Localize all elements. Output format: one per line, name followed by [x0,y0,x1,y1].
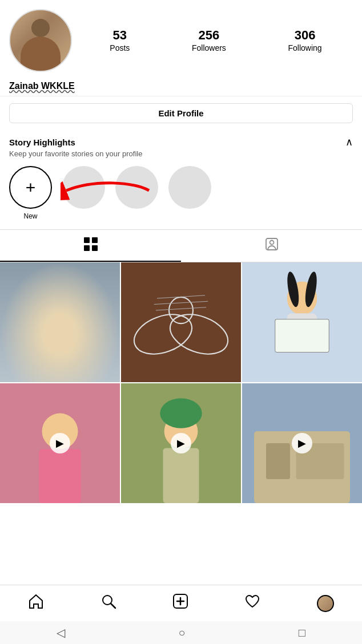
grid-cell-2[interactable] [121,262,241,382]
svg-rect-7 [0,262,120,382]
followers-label: Followers [192,43,226,52]
home-icon [28,593,44,613]
svg-point-13 [63,311,69,319]
nav-activity[interactable] [235,591,270,615]
tab-tagged[interactable] [181,230,362,262]
grid-cell-1[interactable] [0,262,120,382]
play-icon-2: ▶ [171,433,191,453]
bottom-nav [0,585,362,621]
system-nav: ◁ ○ □ [0,621,362,644]
nav-add[interactable] [163,591,198,615]
highlight-circle-3 [168,166,211,209]
tab-bar [0,229,362,262]
play-icon-1: ▶ [50,433,70,453]
svg-rect-3 [84,245,90,251]
svg-rect-29 [39,449,81,504]
svg-rect-1 [84,237,90,243]
svg-point-8 [24,313,96,367]
posts-count: 53 [113,29,127,42]
grid-cell-3[interactable] [242,262,362,382]
grid-cell-4[interactable]: ▶ [0,383,120,503]
stats-area: 53 Posts 256 Followers 306 Following [79,29,353,52]
heart-icon [244,593,260,613]
edit-profile-wrap: Edit Profile [0,96,362,130]
svg-rect-2 [92,237,98,243]
nav-home[interactable] [19,591,53,615]
chevron-up-icon[interactable]: ∧ [345,136,353,148]
svg-point-6 [270,241,273,245]
svg-point-32 [160,398,202,428]
person-tag-icon [264,237,279,255]
profile-avatar [317,595,334,612]
highlights-row: + New [9,166,353,229]
search-icon [100,593,116,613]
svg-rect-26 [275,319,329,353]
story-highlights-subtitle: Keep your favorite stories on your profi… [9,149,353,158]
followers-stat[interactable]: 256 Followers [192,29,226,52]
recent-button[interactable]: □ [287,624,317,642]
svg-marker-10 [39,289,54,304]
svg-rect-4 [92,245,98,251]
nav-profile[interactable] [308,593,343,614]
following-stat[interactable]: 306 Following [288,29,322,52]
highlight-item-1[interactable] [62,166,105,209]
grid-cell-6[interactable]: ▶ [242,383,362,503]
svg-rect-33 [163,448,199,503]
highlight-item-2[interactable] [115,166,158,209]
highlight-item-3[interactable] [168,166,211,209]
edit-profile-button[interactable]: Edit Profile [9,103,353,123]
svg-marker-11 [66,289,81,304]
avatar[interactable] [9,9,72,72]
play-icon-3: ▶ [292,433,312,453]
new-highlight-button[interactable]: + New [9,166,52,220]
home-button[interactable]: ○ [167,624,196,642]
add-icon [172,593,188,613]
highlight-circle-2 [115,166,158,209]
new-highlight-label: New [23,212,37,220]
svg-rect-14 [121,262,241,382]
story-highlights-section: Story Highlights ∧ Keep your favorite st… [0,130,362,229]
back-button[interactable]: ◁ [45,623,77,642]
following-label: Following [288,43,322,52]
grid-cell-5[interactable]: ▶ [121,383,241,503]
following-count: 306 [295,29,316,42]
svg-point-12 [51,311,57,319]
new-highlight-circle: + [9,166,52,209]
profile-header: 53 Posts 256 Followers 306 Following [0,0,362,79]
username: Zainab WKKLE [9,81,75,91]
highlight-circle-1 [62,166,105,209]
posts-stat[interactable]: 53 Posts [110,29,130,52]
nav-search[interactable] [91,591,126,615]
svg-point-9 [39,298,81,334]
followers-count: 256 [199,29,220,42]
username-area: Zainab WKKLE [0,79,362,96]
photo-grid: ▶ ▶ ▶ [0,262,362,503]
posts-label: Posts [110,43,130,52]
svg-line-39 [111,604,115,608]
plus-icon: + [26,179,36,196]
tab-grid[interactable] [0,230,181,262]
story-highlights-title: Story Highlights [9,137,75,147]
grid-icon [83,237,98,255]
svg-rect-36 [266,443,290,479]
story-highlights-header: Story Highlights ∧ [9,136,353,148]
